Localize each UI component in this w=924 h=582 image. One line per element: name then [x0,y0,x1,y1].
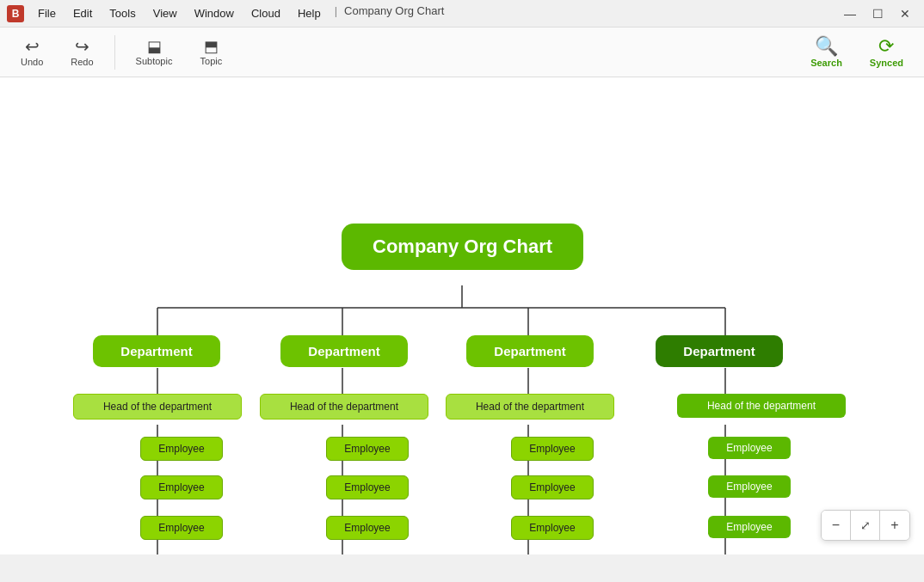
toolbar-separator [114,35,115,70]
canvas: Company Org Chart Department Head of the… [0,77,924,554]
titlebar: B File Edit Tools View Window Cloud Help… [0,0,924,28]
root-node[interactable]: Company Org Chart [342,224,583,270]
window-controls: — ☐ ✕ [838,5,917,22]
dept-3-emp-1-node[interactable]: Employee [511,437,594,461]
dept-3-emp-3-node[interactable]: Employee [511,516,594,540]
dept-4-emp-1-node[interactable]: Employee [708,437,791,459]
dept-3-node[interactable]: Department [466,335,594,367]
redo-icon: ↪ [75,38,89,55]
topic-button[interactable]: ⬒ Topic [189,35,232,70]
menu-window[interactable]: Window [188,4,241,22]
toolbar: ↩ Undo ↪ Redo ⬓ Subtopic ⬒ Topic 🔍 Searc… [0,28,924,77]
dept-1-emp-1-node[interactable]: Employee [140,437,223,461]
topic-icon: ⬒ [204,39,219,54]
menu-view[interactable]: View [146,4,184,22]
dept-4-emp-2-node[interactable]: Employee [708,475,791,498]
undo-label: Undo [21,57,43,67]
topic-label: Topic [200,56,223,66]
undo-icon: ↩ [25,38,40,55]
search-icon: 🔍 [815,37,838,56]
dept-4-head-node[interactable]: Head of the department [677,394,846,418]
app-icon: B [7,5,24,22]
redo-button[interactable]: ↪ Redo [60,34,103,70]
dept-3-emp-2-node[interactable]: Employee [511,475,594,499]
search-label: Search [810,58,842,68]
subtopic-label: Subtopic [136,56,173,66]
zoom-controls: − ⤢ + [821,510,910,541]
dept-1-node[interactable]: Department [93,335,220,367]
synced-label: Synced [870,58,903,68]
dept-4-emp-3-node[interactable]: Employee [708,516,791,538]
menu-cloud[interactable]: Cloud [244,4,287,22]
minimize-button[interactable]: — [838,5,862,22]
undo-button[interactable]: ↩ Undo [10,34,53,70]
dept-1-head-node[interactable]: Head of the department [73,394,242,420]
close-button[interactable]: ✕ [893,5,917,22]
menu-edit[interactable]: Edit [66,4,99,22]
zoom-fit-button[interactable]: ⤢ [851,511,880,540]
synced-icon: ⟳ [878,37,894,56]
search-button[interactable]: 🔍 Search [800,34,853,71]
synced-button[interactable]: ⟳ Synced [859,34,914,71]
window-title: Company Org Chart [344,4,444,22]
dept-3-head-node[interactable]: Head of the department [446,394,614,420]
maximize-button[interactable]: ☐ [865,5,890,22]
dept-4-node[interactable]: Department [656,335,783,367]
dept-1-emp-3-node[interactable]: Employee [140,516,223,540]
subtopic-icon: ⬓ [147,39,162,54]
menu-bar: File Edit Tools View Window Cloud Help |… [31,4,838,22]
dept-2-emp-2-node[interactable]: Employee [326,475,409,499]
title-separator: | [335,4,337,22]
menu-tools[interactable]: Tools [102,4,142,22]
dept-1-emp-2-node[interactable]: Employee [140,475,223,499]
zoom-out-button[interactable]: − [822,511,851,540]
menu-file[interactable]: File [31,4,63,22]
zoom-in-button[interactable]: + [880,511,909,540]
dept-2-emp-3-node[interactable]: Employee [326,516,409,540]
menu-help[interactable]: Help [291,4,328,22]
dept-2-emp-1-node[interactable]: Employee [326,437,409,461]
dept-2-head-node[interactable]: Head of the department [260,394,428,420]
subtopic-button[interactable]: ⬓ Subtopic [126,35,183,70]
dept-2-node[interactable]: Department [280,335,408,367]
redo-label: Redo [71,57,93,67]
